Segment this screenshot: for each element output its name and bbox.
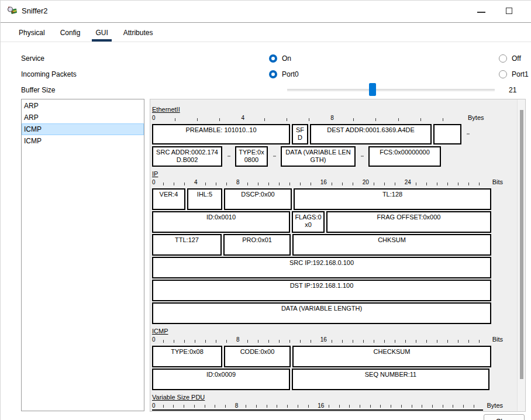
port0-label: Port0 xyxy=(282,70,299,78)
port1-option[interactable]: Port1 xyxy=(499,70,529,78)
service-label: Service xyxy=(21,54,44,63)
pdu-field: SRC IP:192.168.0.100 xyxy=(152,257,491,278)
maximize-button[interactable] xyxy=(506,8,512,14)
tab-physical[interactable]: Physical xyxy=(15,25,49,42)
pdu-field: CHECKSUM xyxy=(292,346,491,367)
pdu-section-ethernet2: EthernetII048BytesPREAMBLE: 101010..10SF… xyxy=(152,106,503,167)
pdu-field: SFD xyxy=(292,124,308,144)
pdu-field: PRO:0x01 xyxy=(223,234,291,256)
tab-bar: PhysicalConfigGUIAttributes xyxy=(1,23,531,42)
service-off-label: Off xyxy=(512,54,521,63)
pdu-ruler: 048Bytes xyxy=(152,114,503,123)
pdu-section-ip: IP048162024BitsVER:4IHL:5DSCP:0x00TL:128… xyxy=(152,170,503,324)
pdu-field: PREAMBLE: 101010..10 xyxy=(152,124,290,144)
window-title: Sniffer2 xyxy=(22,6,48,15)
pdu-field: TYPE:0x0800 xyxy=(235,146,268,167)
pdu-field: ID:0x0010 xyxy=(152,211,290,233)
pdu-row: SRC IP:192.168.0.100 xyxy=(152,257,503,278)
sniffer-window: Sniffer2 PhysicalConfigGUIAttributes Ser… xyxy=(0,0,531,420)
service-on-option[interactable]: On xyxy=(269,54,291,63)
pdu-field: VER:4 xyxy=(152,188,185,210)
radio-selected-icon[interactable] xyxy=(269,54,277,63)
pdu-section-variable-size-pdu: Variable Size PDU0816Bytes xyxy=(152,394,503,411)
pdu-row: VER:4IHL:5DSCP:0x00TL:128 xyxy=(152,188,503,210)
incoming-packets-label: Incoming Packets xyxy=(21,70,77,78)
service-on-label: On xyxy=(282,54,291,63)
pdu-row: DST IP:192.168.1.100 xyxy=(152,280,503,301)
port0-option[interactable]: Port0 xyxy=(269,70,299,78)
packet-list-item-arp[interactable]: ARP xyxy=(22,112,144,123)
tab-gui[interactable]: GUI xyxy=(92,25,111,42)
titlebar: Sniffer2 xyxy=(1,1,531,23)
pdu-field: DST IP:192.168.1.100 xyxy=(152,280,491,301)
pdu-field: DATA (VARIABLE LENGTH) xyxy=(152,302,491,324)
field-separator xyxy=(463,124,471,144)
tab-attributes[interactable]: Attributes xyxy=(120,25,157,42)
scrollbar-thumb[interactable] xyxy=(520,110,523,379)
field-separator xyxy=(224,146,233,167)
pdu-section-title: EthernetII xyxy=(152,106,503,113)
pdu-row: PREAMBLE: 101010..10SFDDEST ADDR:0001.63… xyxy=(152,124,503,144)
pdu-field: ID:0x0009 xyxy=(152,369,290,390)
vertical-scrollbar[interactable] xyxy=(517,99,525,411)
ruler-unit-label: Bits xyxy=(492,178,503,185)
pdu-detail-panel: EthernetII048BytesPREAMBLE: 101010..10SF… xyxy=(150,99,526,412)
slider-track[interactable] xyxy=(287,89,495,91)
packet-list-item-arp[interactable]: ARP xyxy=(22,100,144,112)
pdu-field: DATA (VARIABLE LENGTH) xyxy=(281,146,356,167)
pdu-field: TYPE:0x08 xyxy=(152,346,222,367)
packet-list-item-icmp[interactable]: ICMP xyxy=(22,135,144,147)
ruler-unit-label: Bytes xyxy=(468,114,484,121)
buffer-size-value: 21 xyxy=(509,86,531,94)
radio-unselected-icon[interactable] xyxy=(499,54,507,63)
pdu-field: DEST ADDR:0001.6369.A4DE xyxy=(310,124,432,144)
buffer-slider-handle[interactable] xyxy=(369,83,376,96)
ruler-unit-label: Bits xyxy=(492,336,503,343)
pdu-row: TTL:127PRO:0x01CHKSUM xyxy=(152,234,503,256)
pdu-section-title: ICMP xyxy=(152,328,503,335)
ruler-unit-label: Bytes xyxy=(487,402,503,409)
pdu-row: DATA (VARIABLE LENGTH) xyxy=(152,302,503,324)
pdu-content: EthernetII048BytesPREAMBLE: 101010..10SF… xyxy=(152,106,503,412)
packet-list[interactable]: ARPARPICMPICMP xyxy=(21,99,144,411)
tab-config[interactable]: Config xyxy=(57,25,84,42)
pdu-field: SRC ADDR:0002.174D.B002 xyxy=(152,146,222,167)
packet-list-item-icmp[interactable]: ICMP xyxy=(22,123,144,135)
pdu-section-title: Variable Size PDU xyxy=(152,394,503,401)
pdu-field: FRAG OFFSET:0x000 xyxy=(326,211,491,233)
pdu-field: TL:128 xyxy=(294,188,491,210)
radio-selected-icon[interactable] xyxy=(269,70,277,78)
pdu-field: TTL:127 xyxy=(152,234,222,256)
pdu-field: CODE:0x00 xyxy=(224,346,291,367)
pdu-section-title: IP xyxy=(152,170,503,177)
pdu-field: SEQ NUMBER:11 xyxy=(292,369,489,390)
pdu-ruler: 0816Bits xyxy=(152,336,503,345)
service-off-option[interactable]: Off xyxy=(499,54,521,63)
buffer-size-slider[interactable] xyxy=(287,83,495,96)
pdu-ruler: 0816Bytes xyxy=(152,402,503,411)
pdu-field: DSCP:0x00 xyxy=(224,188,292,210)
pdu-field: CHKSUM xyxy=(292,234,491,256)
pdu-field: IHL:5 xyxy=(187,188,222,210)
sniffer-app-icon xyxy=(6,5,18,16)
buffer-size-label: Buffer Size xyxy=(21,86,55,94)
field-separator xyxy=(357,146,367,167)
pdu-field: FCS:0x00000000 xyxy=(368,146,441,167)
pdu-field xyxy=(433,124,461,144)
field-separator xyxy=(270,146,279,167)
pdu-field: FLAGS:0x0 xyxy=(292,211,325,233)
radio-unselected-icon[interactable] xyxy=(499,70,507,78)
port1-label: Port1 xyxy=(512,70,529,78)
pdu-row: ID:0x0010FLAGS:0x0FRAG OFFSET:0x000 xyxy=(152,211,503,233)
pdu-section-icmp: ICMP0816BitsTYPE:0x08CODE:0x00CHECKSUMID… xyxy=(152,328,503,390)
pdu-row: ID:0x0009SEQ NUMBER:11 xyxy=(152,369,503,390)
pdu-row: SRC ADDR:0002.174D.B002TYPE:0x0800DATA (… xyxy=(152,146,503,167)
pdu-ruler: 048162024Bits xyxy=(152,178,503,187)
minimize-button[interactable] xyxy=(477,12,485,13)
pdu-row: TYPE:0x08CODE:0x00CHECKSUM xyxy=(152,346,503,367)
clear-button[interactable]: Clear xyxy=(484,414,525,420)
